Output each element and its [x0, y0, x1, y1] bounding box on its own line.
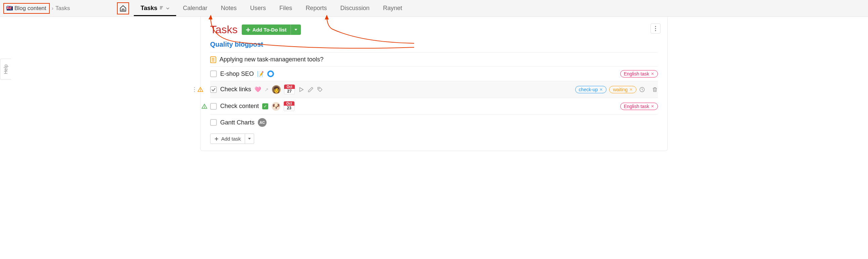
svg-marker-20 — [248, 138, 251, 140]
tag-label: waiting — [613, 87, 628, 92]
play-icon[interactable] — [298, 86, 304, 92]
task-row[interactable]: Applying new task-management tools? — [210, 52, 658, 66]
tab-tasks[interactable]: Tasks — [134, 0, 176, 16]
trash-icon[interactable] — [652, 86, 658, 92]
breadcrumb: Blog content › Tasks — [3, 3, 70, 14]
tag-waiting[interactable]: waiting ✕ — [609, 86, 637, 93]
grip-icon — [194, 87, 196, 92]
tab-label: Files — [279, 5, 292, 12]
task-title: E-shop SEO — [220, 70, 254, 77]
check-icon — [211, 87, 216, 92]
task-actions — [298, 86, 323, 92]
more-menu-button[interactable] — [651, 24, 660, 34]
task-checkbox[interactable] — [210, 103, 217, 110]
chevron-down-icon[interactable] — [166, 5, 169, 12]
tag-icon[interactable] — [317, 86, 323, 92]
svg-point-19 — [204, 107, 205, 108]
task-title: Check content — [220, 103, 259, 110]
clock-icon[interactable] — [639, 86, 645, 92]
add-todo-button-group: Add To-Do list — [242, 25, 301, 35]
task-checkbox[interactable] — [210, 70, 217, 77]
tab-notes[interactable]: Notes — [214, 0, 243, 16]
tag-remove-icon[interactable]: ✕ — [651, 71, 654, 76]
done-mark-icon: ✓ — [262, 103, 268, 109]
progress-icon — [267, 70, 274, 77]
tag-remove-icon[interactable]: ✕ — [651, 104, 654, 109]
external-link-icon[interactable]: ↗ — [265, 87, 269, 92]
tag-label: English task — [624, 104, 649, 109]
task-row[interactable]: Gantt Charts AC — [210, 114, 658, 130]
svg-point-13 — [200, 90, 200, 91]
attachment-icon: 🩷 — [254, 86, 261, 92]
add-todo-label: Add To-Do list — [252, 27, 286, 33]
breadcrumb-separator: › — [52, 5, 54, 11]
help-tab[interactable]: Help — [0, 59, 11, 80]
svg-point-9 — [194, 89, 195, 90]
svg-point-5 — [655, 26, 656, 27]
tag-label: English task — [624, 71, 649, 76]
date-day: 23 — [284, 106, 294, 111]
memo-icon: 📝 — [257, 71, 264, 77]
list-view-icon[interactable] — [159, 5, 164, 12]
tab-reports[interactable]: Reports — [299, 0, 334, 16]
add-task-dropdown[interactable] — [245, 134, 254, 144]
svg-marker-4 — [294, 29, 297, 31]
tag-english-task[interactable]: English task ✕ — [620, 70, 658, 77]
add-todo-list-button[interactable]: Add To-Do list — [242, 25, 290, 35]
date-month: Oct — [284, 84, 295, 89]
date-day: 27 — [284, 89, 295, 94]
note-icon[interactable] — [210, 57, 216, 63]
main-content: Tasks Add To-Do list Quality blogpost Ap… — [200, 17, 668, 151]
task-row[interactable]: Check content ✓ 🐶 Oct 23 English task ✕ — [210, 98, 658, 114]
tab-label: Reports — [306, 5, 327, 12]
tab-label: Raynet — [383, 5, 402, 12]
tag-remove-icon[interactable]: ✕ — [599, 87, 603, 92]
avatar[interactable]: AC — [258, 118, 267, 127]
breadcrumb-project[interactable]: Blog content — [3, 3, 50, 14]
add-todo-dropdown[interactable] — [290, 25, 301, 35]
tag-check-up[interactable]: check-up ✕ — [575, 86, 607, 93]
tab-users[interactable]: Users — [243, 0, 273, 16]
edit-icon[interactable] — [308, 86, 314, 92]
task-checkbox[interactable] — [210, 119, 217, 126]
tag-remove-icon[interactable]: ✕ — [629, 87, 633, 92]
home-button[interactable] — [117, 2, 129, 14]
kebab-icon — [655, 26, 656, 31]
tag-label: check-up — [579, 87, 598, 92]
svg-point-8 — [194, 87, 195, 88]
tab-calendar[interactable]: Calendar — [176, 0, 214, 16]
plus-icon — [246, 28, 250, 32]
tab-label: Tasks — [141, 5, 157, 12]
tab-label: Notes — [221, 5, 237, 12]
tasks-header: Tasks Add To-Do list — [210, 24, 658, 36]
tag-english-task[interactable]: English task ✕ — [620, 103, 658, 110]
svg-point-10 — [194, 91, 195, 92]
task-title: Check links — [220, 86, 251, 93]
add-task-row: Add task — [210, 134, 658, 144]
add-task-label: Add task — [221, 136, 241, 142]
tab-discussion[interactable]: Discussion — [334, 0, 376, 16]
svg-point-15 — [319, 88, 319, 88]
task-title: Gantt Charts — [220, 119, 254, 126]
task-row[interactable]: Check links 🩷 ↗ 👩 Oct 27 check-up ✕ wait… — [210, 81, 658, 98]
page-title: Tasks — [210, 24, 238, 36]
tab-label: Discussion — [340, 5, 369, 12]
task-row[interactable]: E-shop SEO 📝 English task ✕ — [210, 66, 658, 81]
plus-icon — [215, 137, 218, 141]
avatar[interactable]: 👩 — [272, 85, 281, 94]
date-badge[interactable]: Oct 27 — [284, 84, 295, 94]
date-badge[interactable]: Oct 23 — [284, 101, 294, 111]
task-checkbox[interactable] — [210, 86, 217, 93]
svg-point-7 — [655, 30, 656, 31]
drag-handle[interactable] — [194, 86, 204, 92]
svg-marker-14 — [300, 87, 304, 91]
priority-medium-icon — [197, 86, 204, 92]
tab-label: Calendar — [183, 5, 208, 12]
date-month: Oct — [284, 101, 294, 106]
todo-list-title[interactable]: Quality blogpost — [210, 41, 658, 48]
tab-label: Users — [250, 5, 266, 12]
tab-raynet[interactable]: Raynet — [376, 0, 409, 16]
add-task-button[interactable]: Add task — [210, 134, 245, 144]
tab-files[interactable]: Files — [273, 0, 299, 16]
avatar[interactable]: 🐶 — [272, 102, 280, 111]
